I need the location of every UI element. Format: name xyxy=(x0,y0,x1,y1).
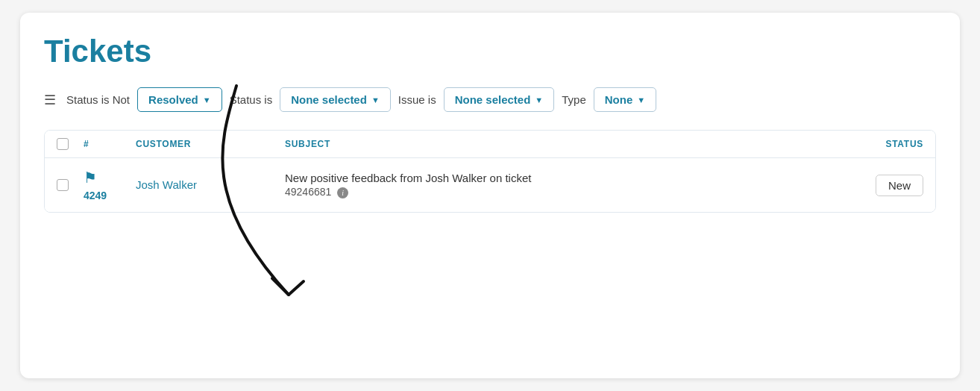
subject-line: New positive feedback from Josh Walker o… xyxy=(285,172,826,184)
row-checkbox[interactable] xyxy=(57,179,69,191)
col-subject: SUBJECT xyxy=(285,139,826,149)
row-checkbox-cell xyxy=(57,179,84,191)
type-label: Type xyxy=(562,93,586,106)
col-customer: CUSTOMER xyxy=(136,139,285,149)
col-hash: # xyxy=(84,139,136,149)
page-container: Tickets ☰ Status is Not Resolved ▼ Statu… xyxy=(20,13,960,378)
resolved-label: Resolved xyxy=(148,93,198,106)
ticket-number: 4249 xyxy=(84,190,107,201)
tag-icon: ⚑ xyxy=(84,169,97,187)
table-header: # CUSTOMER SUBJECT STATUS xyxy=(45,131,935,158)
status-is-filter-button[interactable]: None selected ▼ xyxy=(280,87,391,112)
resolved-caret: ▼ xyxy=(203,96,211,104)
subject-cell: New positive feedback from Josh Walker o… xyxy=(285,172,826,198)
customer-cell: Josh Walker xyxy=(136,178,285,192)
table-row: ⚑ 4249 Josh Walker New positive feedback… xyxy=(45,158,935,212)
subject-id: 49246681 i xyxy=(285,186,826,198)
status-is-label: Status is xyxy=(230,93,273,106)
none-selected-3-label: None xyxy=(605,93,633,106)
issue-is-filter-button[interactable]: None selected ▼ xyxy=(444,87,555,112)
none-selected-2-label: None selected xyxy=(455,93,531,106)
col-status: STATUS xyxy=(826,139,923,149)
page-title: Tickets xyxy=(44,34,936,69)
none-selected-1-caret: ▼ xyxy=(371,96,380,104)
status-badge: New xyxy=(876,175,923,196)
filter-icon: ☰ xyxy=(44,92,56,108)
status-not-label: Status is Not xyxy=(66,93,130,106)
type-filter-button[interactable]: None ▼ xyxy=(594,87,656,112)
status-cell: New xyxy=(826,175,923,196)
none-selected-1-label: None selected xyxy=(291,93,367,106)
filter-bar: ☰ Status is Not Resolved ▼ Status is Non… xyxy=(44,87,936,112)
issue-is-label: Issue is xyxy=(398,93,436,106)
customer-name[interactable]: Josh Walker xyxy=(136,178,197,191)
info-icon[interactable]: i xyxy=(337,187,348,198)
select-all-checkbox[interactable] xyxy=(57,138,69,150)
tickets-table: # CUSTOMER SUBJECT STATUS ⚑ 4249 Josh Wa… xyxy=(44,130,936,213)
none-selected-3-caret: ▼ xyxy=(637,96,645,104)
ticket-id-cell: ⚑ 4249 xyxy=(84,169,136,201)
resolved-filter-button[interactable]: Resolved ▼ xyxy=(137,87,222,112)
none-selected-2-caret: ▼ xyxy=(535,96,543,104)
header-checkbox-cell xyxy=(57,138,84,150)
